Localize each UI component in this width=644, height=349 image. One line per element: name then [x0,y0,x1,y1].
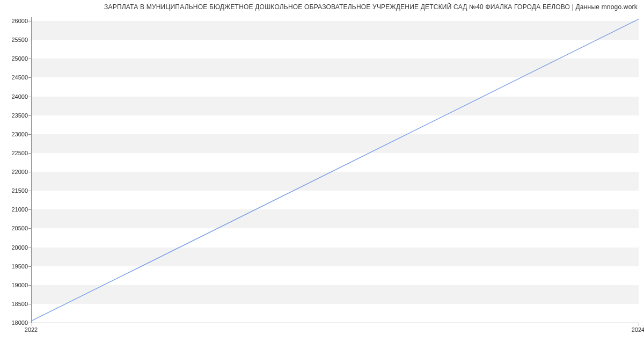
y-tick-label: 23000 [11,131,28,137]
y-tick [28,59,32,59]
y-tick-label: 20000 [11,244,28,251]
y-tick-label: 23500 [11,112,28,119]
y-tick-label: 25000 [11,55,28,62]
y-tick-label: 22500 [11,150,28,156]
y-tick-label: 24500 [11,74,28,81]
y-tick-label: 18500 [11,301,28,307]
y-tick-label: 25500 [11,37,28,43]
y-tick [28,21,32,21]
y-tick-label: 24000 [11,93,28,100]
y-tick-label: 19000 [11,282,28,288]
x-tick [32,323,32,326]
y-tick-label: 18000 [11,319,28,326]
x-tick-label: 2022 [25,326,38,333]
y-tick [28,209,32,210]
y-tick-label: 26000 [11,18,28,24]
y-tick [28,228,32,229]
chart-area: 1800018500190001950020000205002100021500… [0,12,644,345]
plot-region [31,17,639,323]
y-tick [28,134,32,135]
y-tick [28,266,32,267]
y-tick [28,285,32,286]
y-tick-label: 21000 [11,206,28,213]
y-tick-label: 19500 [11,263,28,270]
line-svg [32,17,639,323]
y-tick [28,77,32,78]
y-tick [28,97,32,97]
y-tick-label: 22000 [11,169,28,175]
y-tick [28,115,32,116]
x-tick [639,323,639,326]
y-tick [28,172,32,172]
y-tick [28,304,32,304]
y-tick [28,40,32,40]
y-tick [28,248,32,248]
chart-title: ЗАРПЛАТА В МУНИЦИПАЛЬНОЕ БЮДЖЕТНОЕ ДОШКО… [0,0,644,12]
series-line [32,19,639,321]
y-tick [28,153,32,154]
y-tick-label: 21500 [11,187,28,194]
x-tick-label: 2024 [632,326,644,333]
y-tick-label: 20500 [11,225,28,231]
y-tick [28,191,32,191]
